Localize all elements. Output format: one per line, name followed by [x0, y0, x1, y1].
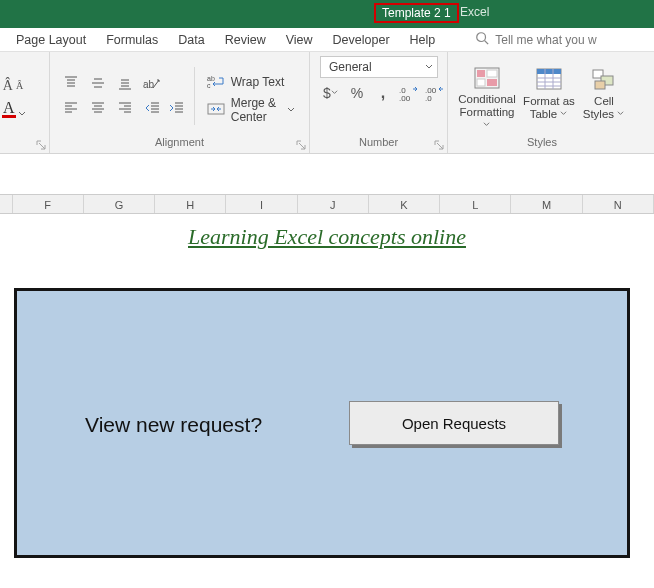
orientation-button[interactable]: ab	[142, 74, 164, 94]
decrease-indent-button[interactable]	[142, 98, 164, 118]
document-title: Template 2 1	[374, 3, 459, 23]
dialog-launcher-icon[interactable]	[296, 140, 306, 150]
wrap-text-icon: abc	[207, 73, 225, 92]
svg-text:ab: ab	[143, 79, 155, 90]
svg-rect-44	[477, 79, 485, 86]
group-label-number: Number	[320, 136, 437, 151]
svg-rect-53	[593, 70, 603, 78]
number-format-value: General	[329, 60, 372, 74]
svg-text:.00: .00	[425, 86, 437, 95]
title-bar: Template 2 1 Excel	[0, 0, 654, 28]
col-header[interactable]: K	[369, 195, 440, 213]
dialog-launcher-icon[interactable]	[434, 140, 444, 150]
wrap-text-label: Wrap Text	[231, 75, 285, 89]
group-styles: Conditional Formatting Format as Table C…	[448, 52, 636, 153]
decrease-decimal-button[interactable]: .00.0	[424, 82, 446, 104]
cell-styles-icon	[588, 65, 620, 93]
merge-icon	[207, 101, 225, 120]
cell-styles-button[interactable]: Cell Styles	[582, 63, 626, 129]
number-format-combo[interactable]: General	[320, 56, 438, 78]
svg-rect-54	[601, 76, 613, 85]
tell-me-label: Tell me what you w	[495, 33, 596, 47]
align-right-button[interactable]	[114, 98, 136, 118]
merge-center-button[interactable]: Merge & Center	[203, 98, 299, 122]
col-header[interactable]: F	[13, 195, 84, 213]
svg-point-0	[477, 33, 486, 42]
group-alignment: ab abc Wrap Text Merge & Center Ali	[50, 52, 310, 153]
col-header[interactable]: L	[440, 195, 511, 213]
conditional-formatting-button[interactable]: Conditional Formatting	[458, 63, 516, 129]
app-name: Excel	[460, 5, 489, 19]
svg-rect-55	[595, 81, 605, 89]
ribbon: ÂÂ A ab	[0, 52, 654, 154]
dialog-launcher-icon[interactable]	[36, 140, 46, 150]
format-as-table-button[interactable]: Format as Table	[520, 63, 578, 129]
svg-rect-45	[487, 79, 497, 86]
svg-rect-41	[475, 68, 499, 88]
increase-decimal-button[interactable]: .0.00	[398, 82, 420, 104]
percent-button[interactable]: %	[346, 82, 368, 104]
svg-text:.0: .0	[399, 86, 406, 95]
svg-rect-47	[537, 69, 561, 74]
chevron-down-icon	[425, 63, 433, 71]
conditional-formatting-icon	[471, 65, 503, 91]
grow-shrink-font[interactable]: ÂÂ	[2, 75, 24, 97]
col-header[interactable]: H	[155, 195, 226, 213]
tab-review[interactable]: Review	[225, 33, 266, 47]
group-label-styles: Styles	[458, 136, 626, 151]
svg-rect-42	[477, 70, 485, 77]
col-header[interactable]: I	[226, 195, 297, 213]
align-top-button[interactable]	[60, 73, 82, 93]
tell-me-search[interactable]: Tell me what you w	[475, 31, 596, 48]
col-header[interactable]: G	[84, 195, 155, 213]
svg-text:.0: .0	[425, 94, 432, 101]
svg-rect-43	[487, 70, 497, 77]
format-table-icon	[533, 65, 565, 93]
chevron-down-icon	[287, 106, 295, 114]
svg-text:c: c	[207, 82, 211, 89]
lightbulb-icon	[475, 31, 489, 48]
increase-indent-button[interactable]	[166, 98, 188, 118]
prompt-label: View new request?	[85, 413, 262, 437]
cell-styles-label: Cell Styles	[583, 95, 614, 120]
accounting-format-button[interactable]: $	[320, 82, 342, 104]
col-header[interactable]: J	[298, 195, 369, 213]
ribbon-tabs: Page Layout Formulas Data Review View De…	[0, 28, 654, 52]
tab-page-layout[interactable]: Page Layout	[16, 33, 86, 47]
tab-view[interactable]: View	[286, 33, 313, 47]
svg-rect-36	[208, 104, 224, 114]
watermark-text: Learning Excel concepts online	[0, 224, 654, 250]
group-label-alignment: Alignment	[60, 136, 299, 151]
request-panel: View new request? Open Requests	[14, 288, 630, 558]
tab-formulas[interactable]: Formulas	[106, 33, 158, 47]
col-header[interactable]: M	[511, 195, 582, 213]
align-left-button[interactable]	[60, 98, 82, 118]
font-color-button[interactable]: A	[2, 101, 26, 118]
open-requests-button[interactable]: Open Requests	[349, 401, 559, 445]
svg-text:.00: .00	[399, 94, 411, 101]
group-number: General $ % , .0.00 .00.0 Number	[310, 52, 448, 153]
align-center-button[interactable]	[87, 98, 109, 118]
svg-text:ab: ab	[207, 75, 215, 82]
wrap-text-button[interactable]: abc Wrap Text	[203, 70, 299, 94]
merge-label: Merge & Center	[231, 96, 281, 124]
align-bottom-button[interactable]	[114, 73, 136, 93]
tab-developer[interactable]: Developer	[333, 33, 390, 47]
tab-data[interactable]: Data	[178, 33, 204, 47]
group-font: ÂÂ A	[0, 52, 50, 153]
comma-button[interactable]: ,	[372, 82, 394, 104]
cond-label: Conditional Formatting	[458, 93, 516, 118]
col-header[interactable]: N	[583, 195, 654, 213]
tab-help[interactable]: Help	[410, 33, 436, 47]
col-gutter	[0, 195, 13, 213]
alignment-grid	[60, 73, 138, 120]
column-headers: F G H I J K L M N	[0, 194, 654, 214]
align-middle-button[interactable]	[87, 73, 109, 93]
chevron-down-icon	[18, 110, 26, 118]
svg-line-1	[485, 41, 489, 45]
svg-rect-46	[537, 69, 561, 89]
